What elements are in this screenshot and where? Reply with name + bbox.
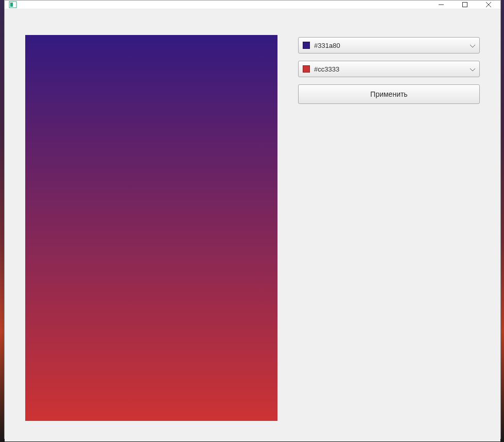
- app-icon: [9, 1, 17, 9]
- color1-swatch: [303, 42, 310, 49]
- chevron-down-icon: [470, 42, 475, 49]
- gradient-preview: [25, 35, 277, 421]
- color2-swatch: [303, 65, 310, 73]
- color1-value: #331a80: [314, 42, 466, 49]
- chevron-down-icon: [470, 65, 475, 73]
- client-area: #331a80 #cc3333 Применить: [5, 9, 500, 441]
- color2-value: #cc3333: [314, 65, 466, 73]
- titlebar-left: [5, 1, 20, 9]
- close-button[interactable]: [477, 1, 500, 9]
- apply-button-label: Применить: [370, 90, 407, 98]
- controls-panel: #331a80 #cc3333 Применить: [298, 35, 480, 421]
- window-controls: [429, 1, 500, 9]
- desktop-background: #331a80 #cc3333 Применить: [0, 0, 504, 442]
- svg-rect-3: [463, 3, 467, 7]
- svg-rect-1: [10, 3, 13, 7]
- color2-dropdown[interactable]: #cc3333: [298, 61, 480, 77]
- apply-button[interactable]: Применить: [298, 84, 480, 104]
- minimize-button[interactable]: [429, 1, 453, 9]
- color1-dropdown[interactable]: #331a80: [298, 37, 480, 54]
- maximize-button[interactable]: [453, 1, 477, 9]
- app-window: #331a80 #cc3333 Применить: [4, 0, 501, 439]
- titlebar: [5, 1, 500, 9]
